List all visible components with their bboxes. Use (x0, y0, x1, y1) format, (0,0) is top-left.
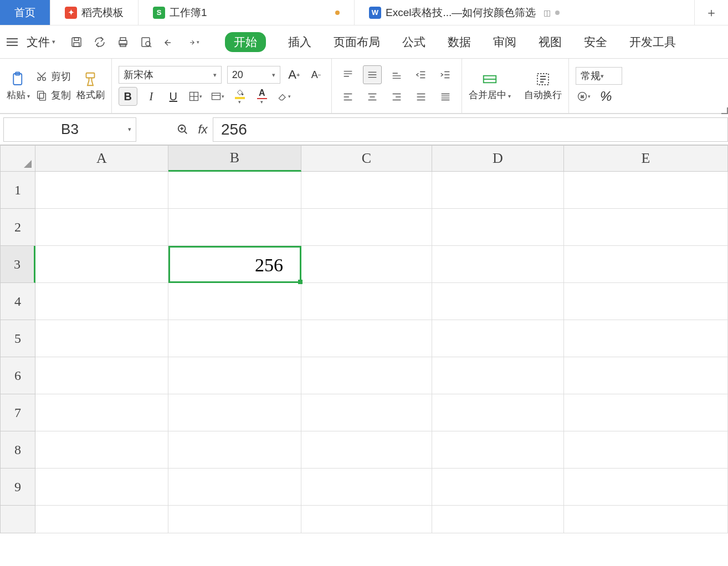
align-left-button[interactable] (339, 88, 357, 106)
align-top-button[interactable] (339, 65, 357, 84)
cell[interactable] (168, 469, 301, 506)
cell[interactable] (301, 469, 432, 506)
cell[interactable] (432, 320, 564, 357)
format-painter-button[interactable]: 格式刷 (76, 71, 105, 101)
percent-button[interactable]: % (598, 88, 614, 105)
cell[interactable] (432, 283, 564, 320)
row-header-2[interactable]: 2 (0, 209, 35, 246)
cell[interactable] (564, 506, 728, 533)
tab-excel-tips[interactable]: W Excel表格技...—如何按颜色筛选 ◫ (355, 0, 695, 25)
col-header-D[interactable]: D (432, 145, 564, 172)
cell[interactable] (168, 394, 301, 431)
col-header-B[interactable]: B (168, 145, 301, 172)
paste-button[interactable]: 粘贴 (7, 71, 30, 101)
row-header-9[interactable]: 9 (0, 469, 35, 506)
cell[interactable] (35, 172, 168, 209)
eraser-button[interactable] (276, 88, 293, 105)
menu-dev[interactable]: 开发工具 (629, 34, 676, 50)
menu-page-layout[interactable]: 页面布局 (334, 34, 380, 50)
cell[interactable] (564, 320, 728, 357)
cell[interactable] (35, 283, 168, 320)
cell[interactable] (301, 283, 432, 320)
row-header-3[interactable]: 3 (0, 246, 35, 283)
hamburger-icon[interactable] (2, 38, 18, 46)
decrease-font-button[interactable]: A− (308, 66, 325, 83)
cell[interactable] (432, 246, 564, 283)
number-format-select[interactable]: 常规 (576, 67, 622, 85)
cell[interactable] (564, 469, 728, 506)
currency-button[interactable] (576, 88, 592, 105)
cell[interactable] (35, 320, 168, 357)
cell[interactable] (168, 283, 301, 320)
decrease-indent-button[interactable] (412, 65, 430, 84)
cell[interactable] (301, 357, 432, 394)
tab-workbook[interactable]: S 工作簿1 (139, 0, 355, 25)
row-header-7[interactable]: 7 (0, 394, 35, 431)
underline-button[interactable]: U (165, 88, 182, 105)
distribute-button[interactable] (436, 88, 455, 106)
cell[interactable] (432, 172, 564, 209)
align-right-button[interactable] (387, 88, 406, 106)
justify-button[interactable] (412, 88, 430, 106)
cell[interactable] (564, 209, 728, 246)
cell[interactable] (301, 506, 432, 533)
name-box[interactable]: B3 (3, 117, 136, 142)
row-header-4[interactable]: 4 (0, 283, 35, 320)
col-header-E[interactable]: E (564, 145, 728, 172)
row-header-1[interactable]: 1 (0, 172, 35, 209)
cell[interactable] (564, 172, 728, 209)
undo-icon[interactable] (163, 35, 176, 49)
increase-indent-button[interactable] (436, 65, 455, 84)
cell[interactable] (432, 357, 564, 394)
cell[interactable] (564, 246, 728, 283)
cell[interactable] (35, 469, 168, 506)
menu-start[interactable]: 开始 (225, 32, 266, 52)
cell[interactable] (35, 246, 168, 283)
menu-insert[interactable]: 插入 (288, 34, 311, 50)
cell[interactable] (168, 209, 301, 246)
print-icon[interactable] (116, 35, 130, 49)
tab-home[interactable]: 首页 (0, 0, 50, 25)
cell[interactable] (168, 431, 301, 469)
row-header-8[interactable]: 8 (0, 431, 35, 469)
menu-security[interactable]: 安全 (584, 34, 607, 50)
cell[interactable] (35, 209, 168, 246)
cell[interactable] (168, 172, 301, 209)
cell[interactable] (301, 320, 432, 357)
cell[interactable] (432, 431, 564, 469)
menu-review[interactable]: 审阅 (493, 34, 516, 50)
cell[interactable] (301, 431, 432, 469)
increase-font-button[interactable]: A+ (286, 66, 303, 83)
cell[interactable] (564, 431, 728, 469)
cell[interactable] (564, 357, 728, 394)
merge-center-button[interactable]: 合并居中 (469, 71, 511, 101)
zoom-icon[interactable] (173, 124, 193, 136)
cut-button[interactable]: 剪切 (35, 70, 71, 83)
row-header-6[interactable]: 6 (0, 357, 35, 394)
italic-button[interactable]: I (143, 88, 160, 105)
cell[interactable] (35, 506, 168, 533)
tab-detach-icon[interactable]: ◫ (544, 8, 551, 17)
cell[interactable] (301, 209, 432, 246)
copy-button[interactable]: 复制 (35, 89, 71, 102)
save-icon[interactable] (70, 35, 83, 49)
row-header-10[interactable] (0, 506, 35, 533)
align-bottom-button[interactable] (387, 65, 406, 84)
bold-button[interactable]: B (119, 87, 137, 106)
cell[interactable] (564, 283, 728, 320)
font-color-button[interactable]: A (254, 88, 270, 105)
cell[interactable] (168, 506, 301, 533)
fx-icon[interactable]: fx (193, 122, 213, 137)
cell[interactable] (564, 394, 728, 431)
font-select[interactable]: 新宋体 (119, 66, 222, 84)
cell[interactable] (301, 394, 432, 431)
select-all-corner[interactable] (0, 145, 35, 172)
col-header-A[interactable]: A (35, 145, 168, 172)
border-button[interactable] (187, 88, 204, 105)
cell[interactable] (432, 394, 564, 431)
menu-data[interactable]: 数据 (448, 34, 471, 50)
formula-input[interactable]: 256 (213, 117, 728, 142)
align-middle-button[interactable] (363, 65, 382, 84)
cell[interactable] (168, 320, 301, 357)
cell[interactable] (301, 246, 432, 283)
